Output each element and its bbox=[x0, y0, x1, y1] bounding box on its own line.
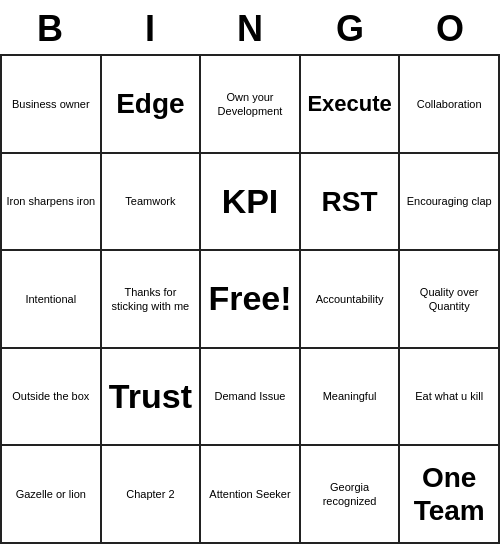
cell-r1-c1[interactable]: Teamwork bbox=[102, 154, 202, 252]
cell-text-r1-c3: RST bbox=[322, 185, 378, 219]
cell-r0-c3[interactable]: Execute bbox=[301, 56, 401, 154]
cell-r2-c1[interactable]: Thanks for sticking with me bbox=[102, 251, 202, 349]
cell-text-r1-c2: KPI bbox=[222, 183, 279, 220]
cell-r4-c2[interactable]: Attention Seeker bbox=[201, 446, 301, 544]
bingo-grid: Business ownerEdgeOwn your DevelopmentEx… bbox=[0, 54, 500, 544]
cell-r1-c0[interactable]: Iron sharpens iron bbox=[2, 154, 102, 252]
bingo-header: B I N G O bbox=[0, 0, 500, 54]
cell-r0-c2[interactable]: Own your Development bbox=[201, 56, 301, 154]
letter-g: G bbox=[305, 8, 395, 50]
cell-r4-c3[interactable]: Georgia recognized bbox=[301, 446, 401, 544]
cell-text-r0-c0: Business owner bbox=[12, 97, 90, 111]
cell-r2-c2[interactable]: Free! bbox=[201, 251, 301, 349]
cell-text-r2-c3: Accountability bbox=[316, 292, 384, 306]
cell-r0-c0[interactable]: Business owner bbox=[2, 56, 102, 154]
cell-text-r4-c3: Georgia recognized bbox=[305, 480, 395, 509]
cell-text-r4-c4: One Team bbox=[404, 461, 494, 528]
cell-r3-c4[interactable]: Eat what u kill bbox=[400, 349, 500, 447]
cell-text-r2-c4: Quality over Quantity bbox=[404, 285, 494, 314]
cell-text-r4-c2: Attention Seeker bbox=[209, 487, 290, 501]
cell-text-r0-c4: Collaboration bbox=[417, 97, 482, 111]
cell-r1-c4[interactable]: Encouraging clap bbox=[400, 154, 500, 252]
cell-text-r4-c1: Chapter 2 bbox=[126, 487, 174, 501]
cell-text-r0-c2: Own your Development bbox=[205, 90, 295, 119]
cell-r4-c0[interactable]: Gazelle or lion bbox=[2, 446, 102, 544]
cell-text-r2-c0: Intentional bbox=[25, 292, 76, 306]
cell-text-r3-c1: Trust bbox=[109, 378, 192, 415]
cell-text-r1-c1: Teamwork bbox=[125, 194, 175, 208]
cell-text-r0-c3: Execute bbox=[307, 91, 391, 117]
letter-i: I bbox=[105, 8, 195, 50]
cell-text-r2-c1: Thanks for sticking with me bbox=[106, 285, 196, 314]
cell-r1-c3[interactable]: RST bbox=[301, 154, 401, 252]
cell-text-r2-c2: Free! bbox=[208, 280, 291, 317]
cell-r4-c1[interactable]: Chapter 2 bbox=[102, 446, 202, 544]
cell-text-r1-c4: Encouraging clap bbox=[407, 194, 492, 208]
letter-b: B bbox=[5, 8, 95, 50]
cell-r3-c3[interactable]: Meaningful bbox=[301, 349, 401, 447]
cell-text-r3-c0: Outside the box bbox=[12, 389, 89, 403]
cell-text-r3-c4: Eat what u kill bbox=[415, 389, 483, 403]
letter-n: N bbox=[205, 8, 295, 50]
cell-r2-c0[interactable]: Intentional bbox=[2, 251, 102, 349]
cell-r2-c4[interactable]: Quality over Quantity bbox=[400, 251, 500, 349]
cell-text-r0-c1: Edge bbox=[116, 87, 184, 121]
cell-r0-c4[interactable]: Collaboration bbox=[400, 56, 500, 154]
cell-text-r3-c3: Meaningful bbox=[323, 389, 377, 403]
cell-text-r4-c0: Gazelle or lion bbox=[16, 487, 86, 501]
cell-r3-c1[interactable]: Trust bbox=[102, 349, 202, 447]
cell-text-r1-c0: Iron sharpens iron bbox=[6, 194, 95, 208]
cell-r4-c4[interactable]: One Team bbox=[400, 446, 500, 544]
cell-r3-c0[interactable]: Outside the box bbox=[2, 349, 102, 447]
cell-r1-c2[interactable]: KPI bbox=[201, 154, 301, 252]
cell-text-r3-c2: Demand Issue bbox=[215, 389, 286, 403]
cell-r0-c1[interactable]: Edge bbox=[102, 56, 202, 154]
letter-o: O bbox=[405, 8, 495, 50]
cell-r2-c3[interactable]: Accountability bbox=[301, 251, 401, 349]
cell-r3-c2[interactable]: Demand Issue bbox=[201, 349, 301, 447]
